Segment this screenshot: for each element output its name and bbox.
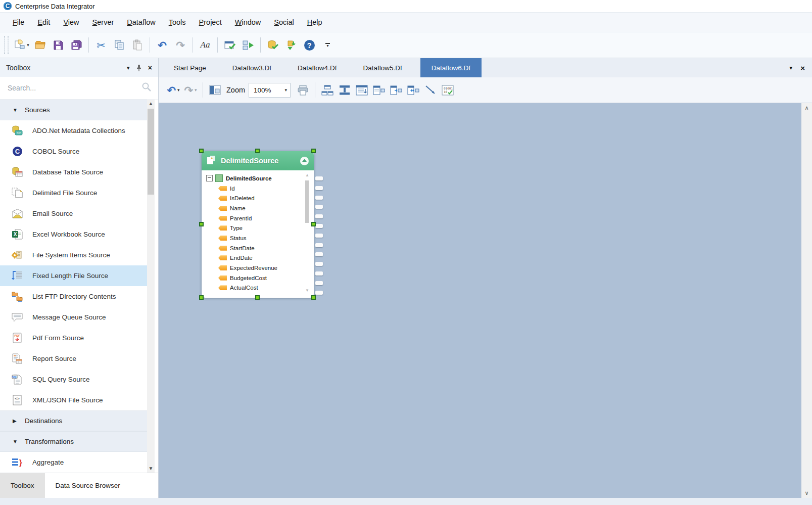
- scroll-up-icon[interactable]: ∧: [801, 105, 812, 111]
- section-header-transformations[interactable]: ▼Transformations: [0, 431, 147, 452]
- collapse-tree-icon[interactable]: [206, 175, 213, 181]
- verify-database-button[interactable]: [264, 35, 281, 55]
- toolbox-item-delimited-file-source[interactable]: Delimited File Source: [0, 182, 147, 203]
- scrollbar-thumb[interactable]: [305, 180, 309, 223]
- output-port[interactable]: [315, 214, 323, 218]
- expand-right-button[interactable]: [388, 81, 404, 99]
- node-field-row[interactable]: Status: [206, 233, 314, 243]
- node-scrollbar[interactable]: ▲ ▼: [305, 173, 310, 293]
- search-input[interactable]: [7, 83, 141, 93]
- new-dataflow-button[interactable]: ▾: [13, 35, 30, 55]
- selection-handle[interactable]: [311, 222, 316, 226]
- output-port[interactable]: [315, 186, 323, 190]
- toolbox-item-ado-net-metadata-collections[interactable]: <>ADO.Net Metadata Collections: [0, 120, 147, 141]
- output-port[interactable]: [315, 234, 323, 238]
- menu-project[interactable]: Project: [193, 13, 228, 31]
- output-port[interactable]: [315, 224, 323, 228]
- output-port[interactable]: [315, 281, 323, 285]
- output-port[interactable]: [315, 243, 323, 247]
- menu-help[interactable]: Help: [301, 13, 329, 31]
- collapse-node-icon[interactable]: [300, 156, 309, 166]
- scroll-up-icon[interactable]: ▲: [147, 100, 155, 108]
- toolbox-item-fixed-length-file-source[interactable]: Fixed Length File Source: [0, 265, 147, 286]
- node-field-row[interactable]: StartDate: [206, 243, 314, 253]
- close-document-icon[interactable]: ×: [800, 64, 805, 72]
- selection-handle[interactable]: [255, 149, 260, 153]
- layout-horizontal-button[interactable]: [319, 81, 336, 99]
- toolbox-item-pdf-form-source[interactable]: PDFPdf Form Source: [0, 328, 147, 348]
- document-tab-start-page[interactable]: Start Page: [163, 58, 217, 77]
- menu-edit[interactable]: Edit: [31, 13, 57, 31]
- panel-tab-data-source-browser[interactable]: Data Source Browser: [45, 473, 131, 498]
- output-port[interactable]: [315, 176, 323, 180]
- output-port[interactable]: [315, 262, 323, 266]
- undo-button[interactable]: ↶: [154, 35, 171, 55]
- menu-tools[interactable]: Tools: [162, 13, 193, 31]
- scroll-up-icon[interactable]: ▲: [305, 173, 310, 177]
- node-field-row[interactable]: Type: [206, 223, 314, 233]
- print-button[interactable]: [295, 81, 311, 99]
- close-panel-icon[interactable]: ×: [148, 64, 152, 72]
- document-tab-dataflow5-df[interactable]: Dataflow5.Df: [352, 58, 413, 77]
- deploy-button[interactable]: [282, 35, 300, 55]
- node-field-row[interactable]: ParentId: [206, 213, 314, 223]
- menu-window[interactable]: Window: [228, 13, 268, 31]
- scroll-down-icon[interactable]: ∨: [801, 490, 812, 496]
- section-header-destinations[interactable]: ▶Destinations: [0, 410, 147, 431]
- output-port[interactable]: [315, 252, 323, 256]
- toolbox-item-cobol-source[interactable]: CCOBOL Source: [0, 141, 147, 162]
- output-port[interactable]: [315, 196, 323, 200]
- document-tab-dataflow3-df[interactable]: Dataflow3.Df: [221, 58, 282, 77]
- panel-tab-toolbox[interactable]: Toolbox: [0, 473, 45, 498]
- cut-button[interactable]: ✂: [92, 35, 110, 55]
- menu-social[interactable]: Social: [267, 13, 301, 31]
- toolbox-item-file-system-items-source[interactable]: File System Items Source: [0, 245, 147, 265]
- start-dataflow-button[interactable]: [240, 35, 257, 55]
- verify-dataflow-button[interactable]: [221, 35, 238, 55]
- redo-button[interactable]: ↷▾: [182, 81, 199, 99]
- node-field-row[interactable]: Name: [206, 203, 314, 213]
- toolbox-item-excel-workbook-source[interactable]: XExcel Workbook Source: [0, 224, 147, 245]
- scroll-down-icon[interactable]: ▼: [305, 289, 310, 293]
- node-field-row[interactable]: ExpectedRevenue: [206, 263, 314, 273]
- auto-layout-button[interactable]: [354, 81, 370, 99]
- delimited-source-node[interactable]: DelimitedSource DelimitedSourceIdIsDelet…: [202, 151, 314, 298]
- toolbar-overflow-icon[interactable]: ▾: [325, 43, 330, 47]
- toolbox-item-xml-json-file-source[interactable]: <>XML/JSON File Source: [0, 390, 147, 410]
- open-button[interactable]: [31, 35, 49, 55]
- font-button[interactable]: Aa: [197, 35, 214, 55]
- scroll-down-icon[interactable]: ▼: [147, 465, 155, 473]
- tab-list-dropdown-icon[interactable]: ▾: [789, 64, 792, 71]
- selection-handle[interactable]: [199, 222, 204, 226]
- selection-handle[interactable]: [255, 295, 260, 300]
- toolbox-item-email-source[interactable]: Email Source: [0, 203, 147, 224]
- toolbox-item-message-queue-source[interactable]: Message Queue Source: [0, 307, 147, 328]
- node-field-row[interactable]: IsDeleted: [206, 193, 314, 203]
- copy-button[interactable]: [111, 35, 128, 55]
- node-root-row[interactable]: DelimitedSource: [206, 173, 314, 183]
- draw-link-button[interactable]: [422, 81, 439, 99]
- save-all-button[interactable]: [68, 35, 85, 55]
- node-field-row[interactable]: BudgetedCost: [206, 273, 314, 283]
- document-tab-dataflow4-df[interactable]: Dataflow4.Df: [286, 58, 348, 77]
- toolbar-grip[interactable]: [4, 36, 9, 54]
- toolbox-scrollbar[interactable]: ▲ ▼: [147, 100, 155, 473]
- toolbox-item-database-table-source[interactable]: Database Table Source: [0, 162, 147, 182]
- menu-dataflow[interactable]: Dataflow: [120, 13, 162, 31]
- toolbox-item-list-ftp-directory-contents[interactable]: List FTP Directory Contents: [0, 286, 147, 307]
- selection-handle[interactable]: [311, 295, 316, 300]
- selection-handle[interactable]: [199, 295, 204, 300]
- selection-handle[interactable]: [199, 149, 204, 153]
- expand-all-button[interactable]: [405, 81, 421, 99]
- section-header-sources[interactable]: ▼Sources: [0, 100, 147, 120]
- preview-data-button[interactable]: 0100110: [440, 81, 456, 99]
- node-header[interactable]: DelimitedSource: [202, 151, 314, 170]
- pin-icon[interactable]: [136, 64, 142, 71]
- node-field-row[interactable]: Id: [206, 183, 314, 194]
- help-button[interactable]: ?: [301, 35, 318, 55]
- menu-server[interactable]: Server: [86, 13, 121, 31]
- chevron-down-icon[interactable]: ▾: [27, 42, 29, 48]
- chevron-down-icon[interactable]: ▾: [285, 87, 288, 93]
- toggle-panel-button[interactable]: [207, 81, 223, 99]
- scrollbar-thumb[interactable]: [148, 109, 154, 195]
